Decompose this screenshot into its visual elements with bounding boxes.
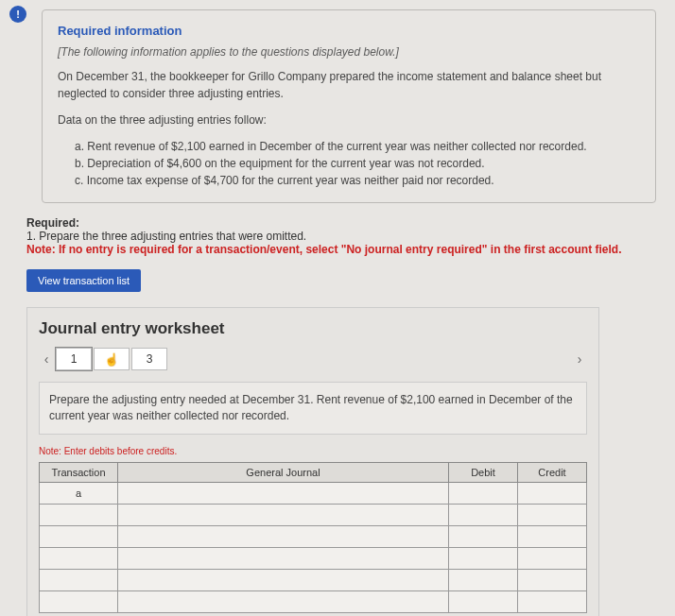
cell-account[interactable] <box>118 569 449 590</box>
cursor-icon: ☝ <box>104 352 119 367</box>
table-row <box>40 504 587 525</box>
journal-tbody: a <box>40 482 587 612</box>
worksheet-nav: ‹ 1 ☝ 3 › <box>39 348 587 370</box>
worksheet-title: Journal entry worksheet <box>39 319 587 338</box>
table-row <box>40 569 587 590</box>
prev-entry-button[interactable]: ‹ <box>39 349 54 369</box>
cell-debit[interactable] <box>449 569 518 590</box>
info-paragraph-1: On December 31, the bookkeeper for Grill… <box>58 68 640 102</box>
cell-debit[interactable] <box>449 482 518 504</box>
cell-transaction[interactable]: a <box>40 482 118 504</box>
required-information-box: Required information [The following info… <box>42 9 656 203</box>
cell-debit[interactable] <box>449 590 518 612</box>
journal-table: Transaction General Journal Debit Credit… <box>39 462 587 613</box>
view-transaction-list-button[interactable]: View transaction list <box>26 269 141 292</box>
cell-debit[interactable] <box>449 525 518 547</box>
col-header-credit: Credit <box>518 462 587 482</box>
info-list: a. Rent revenue of $2,100 earned in Dece… <box>75 138 640 189</box>
cell-account[interactable] <box>118 482 449 504</box>
debits-before-credits-note: Note: Enter debits before credits. <box>39 446 587 456</box>
info-subtitle: [The following information applies to th… <box>58 45 640 59</box>
journal-entry-worksheet: Journal entry worksheet ‹ 1 ☝ 3 › Prepar… <box>26 307 599 616</box>
info-item-c: c. Income tax expense of $4,700 for the … <box>75 172 640 189</box>
required-block: Required: 1. Prepare the three adjusting… <box>26 216 656 256</box>
table-row <box>40 547 587 569</box>
cell-credit[interactable] <box>518 504 587 525</box>
required-line-1: 1. Prepare the three adjusting entries t… <box>26 230 656 243</box>
info-badge: ! <box>9 6 26 23</box>
cell-debit[interactable] <box>449 547 518 569</box>
required-note: Note: If no entry is required for a tran… <box>26 243 656 256</box>
cell-transaction[interactable] <box>40 547 118 569</box>
cell-transaction[interactable] <box>40 504 118 525</box>
cell-transaction[interactable] <box>40 569 118 590</box>
table-row <box>40 525 587 547</box>
entry-instruction: Prepare the adjusting entry needed at De… <box>39 382 587 435</box>
table-row <box>40 590 587 612</box>
cell-transaction[interactable] <box>40 590 118 612</box>
info-item-a: a. Rent revenue of $2,100 earned in Dece… <box>75 138 640 155</box>
info-paragraph-2: Data on the three adjusting entries foll… <box>58 111 640 128</box>
col-header-debit: Debit <box>449 462 518 482</box>
col-header-general-journal: General Journal <box>118 462 449 482</box>
cell-credit[interactable] <box>518 569 587 590</box>
cell-credit[interactable] <box>518 547 587 569</box>
cell-credit[interactable] <box>518 482 587 504</box>
tab-3[interactable]: 3 <box>131 348 167 370</box>
col-header-transaction: Transaction <box>40 462 118 482</box>
cell-credit[interactable] <box>518 590 587 612</box>
cell-account[interactable] <box>118 504 449 525</box>
info-title: Required information <box>58 24 640 38</box>
cell-credit[interactable] <box>518 525 587 547</box>
cell-debit[interactable] <box>449 504 518 525</box>
tab-2[interactable]: ☝ <box>94 348 130 370</box>
tab-1[interactable]: 1 <box>56 348 92 370</box>
info-item-b: b. Depreciation of $4,600 on the equipme… <box>75 155 640 172</box>
table-row: a <box>40 482 587 504</box>
required-heading: Required: <box>26 216 656 230</box>
cell-account[interactable] <box>118 547 449 569</box>
cell-account[interactable] <box>118 590 449 612</box>
cell-transaction[interactable] <box>40 525 118 547</box>
next-entry-button[interactable]: › <box>572 349 587 369</box>
cell-account[interactable] <box>118 525 449 547</box>
